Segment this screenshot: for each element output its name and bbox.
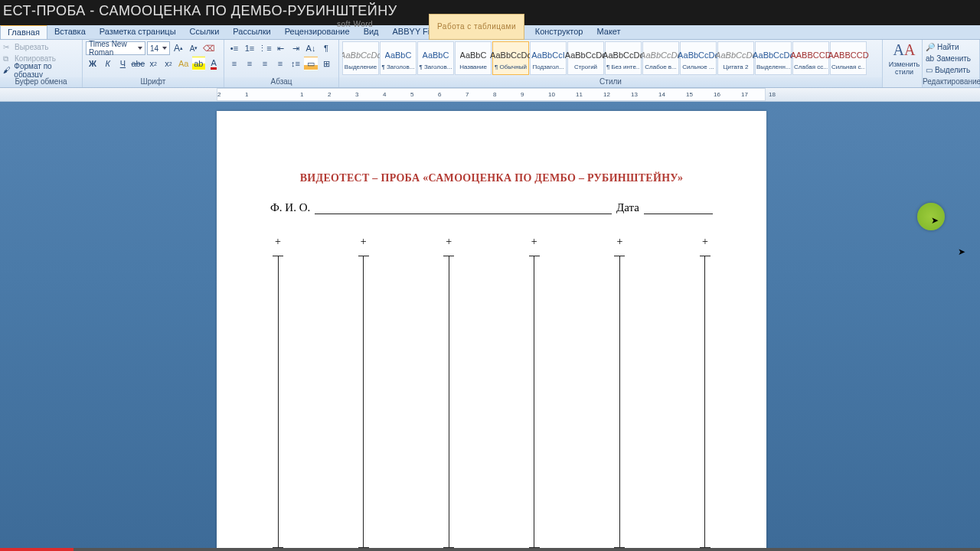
clear-formatting-button[interactable]: ⌫ <box>202 41 216 55</box>
styles-group: АаBbCcDcВыделениеAaBbC¶ Заголов...AaBbC¶… <box>339 40 883 87</box>
ruler-tick: 3 <box>355 91 358 98</box>
assessment-scales-row: ++++++ <box>270 236 713 548</box>
video-progress-bar[interactable] <box>0 548 980 551</box>
font-color-button[interactable]: A <box>207 57 220 70</box>
italic-button[interactable]: К <box>101 57 115 70</box>
superscript-button[interactable]: x2 <box>162 57 175 70</box>
font-name-select[interactable]: Times New Roman <box>86 41 145 55</box>
multilevel-button[interactable]: ⋮≡ <box>258 41 272 55</box>
brush-icon: 🖌 <box>3 66 11 75</box>
grow-font-button[interactable]: A▴ <box>172 41 185 55</box>
ruler-tick: 12 <box>603 91 610 98</box>
change-styles-group: AA Изменить стили <box>883 40 923 87</box>
subscript-button[interactable]: x2 <box>146 57 160 70</box>
horizontal-ruler[interactable]: 21123456789101112131415161718 <box>0 88 980 102</box>
indent-button[interactable]: ⇥ <box>289 41 302 55</box>
bold-button[interactable]: Ж <box>86 57 100 70</box>
style-item[interactable]: АаBbCcDcСильное ... <box>680 41 717 75</box>
paragraph-group-label: Абзац <box>224 77 338 87</box>
ruler-tick: 8 <box>493 91 496 98</box>
ruler-tick: 16 <box>714 91 720 98</box>
binoculars-icon: 🔎 <box>926 43 935 51</box>
cut-button[interactable]: ✂Вырезать <box>3 41 79 53</box>
style-item[interactable]: АаBbCcDcВыделение <box>342 41 379 75</box>
ruler-tick: 4 <box>383 91 386 98</box>
scale-top-marker: + <box>361 236 367 248</box>
style-item[interactable]: AaBbC¶ Заголов... <box>417 41 454 75</box>
scale-top-marker: + <box>275 236 281 248</box>
style-item[interactable]: AaBbC¶ Заголов... <box>380 41 416 75</box>
ribbon-tab-рассылки[interactable]: Рассылки <box>226 25 277 39</box>
ruler-tick: 18 <box>769 91 776 98</box>
justify-button[interactable]: ≡ <box>273 57 287 70</box>
clipboard-group: ✂Вырезать ⧉Копировать 🖌Формат по образцу… <box>0 40 83 87</box>
select-button[interactable]: ▭Выделить <box>926 64 976 76</box>
strike-button[interactable]: abc <box>131 57 145 70</box>
scale-top-marker: + <box>616 236 622 248</box>
sort-button[interactable]: A↓ <box>304 41 318 55</box>
ribbon-tab-конструктор[interactable]: Конструктор <box>528 25 590 39</box>
ribbon-tab-ссылки[interactable]: Ссылки <box>183 25 227 39</box>
ribbon-tab-вставка[interactable]: Вставка <box>47 25 93 39</box>
assessment-scale: + <box>356 236 371 548</box>
document-page: ВИДЕОТЕСТ – ПРОБА «САМООЦЕНКА ПО ДЕМБО –… <box>217 111 766 551</box>
fio-label: Ф. И. О. <box>270 201 310 214</box>
replace-button[interactable]: abЗаменить <box>926 53 976 64</box>
title-bar: ЕСТ-ПРОБА - САМООЦЕНКА ПО ДЕМБО-РУБИНШТЕ… <box>0 0 980 25</box>
shading-button[interactable]: ▭ <box>304 57 318 70</box>
style-item[interactable]: AABBCCDСильная с... <box>830 41 867 75</box>
scale-top-marker: + <box>702 236 708 248</box>
clipboard-group-label: Буфер обмена <box>0 77 82 87</box>
font-group-label: Шрифт <box>83 77 224 87</box>
outdent-button[interactable]: ⇤ <box>273 41 287 55</box>
style-item[interactable]: АаBbCcDcСлабое в... <box>642 41 679 75</box>
document-workspace[interactable]: ВИДЕОТЕСТ – ПРОБА «САМООЦЕНКА ПО ДЕМБО –… <box>0 102 980 551</box>
ruler-tick: 2 <box>217 91 220 98</box>
align-left-button[interactable]: ≡ <box>227 57 241 70</box>
change-styles-button[interactable]: AA Изменить стили <box>886 41 923 76</box>
show-marks-button[interactable]: ¶ <box>319 41 333 55</box>
ruler-tick: 11 <box>576 91 583 98</box>
ruler-tick: 1 <box>300 91 303 98</box>
style-item[interactable]: AaBbCcIПодзагол... <box>530 41 567 75</box>
document-heading: ВИДЕОТЕСТ – ПРОБА «САМООЦЕНКА ПО ДЕМБО –… <box>270 172 713 184</box>
style-item[interactable]: AABBCCDСлабая сс... <box>792 41 829 75</box>
table-tools-context-tab[interactable]: Работа с таблицами <box>429 14 524 40</box>
ruler-tick: 14 <box>658 91 665 98</box>
ruler-tick: 10 <box>548 91 555 98</box>
align-center-button[interactable]: ≡ <box>243 57 256 70</box>
chevron-down-icon <box>162 47 167 50</box>
borders-button[interactable]: ⊞ <box>319 57 333 70</box>
ribbon-tab-главная[interactable]: Главная <box>0 24 47 39</box>
style-item[interactable]: AaBbCcDdСтрогий <box>567 41 604 75</box>
style-item[interactable]: AaBbCcDc¶ Без инте... <box>605 41 642 75</box>
ruler-tick: 9 <box>521 91 524 98</box>
style-item[interactable]: АаBbCcDcЦитата 2 <box>717 41 754 75</box>
format-painter-button[interactable]: 🖌Формат по образцу <box>3 64 79 76</box>
bullets-button[interactable]: •≡ <box>227 41 241 55</box>
text-effects-button[interactable]: Aa <box>177 57 191 70</box>
underline-button[interactable]: Ч <box>116 57 130 70</box>
scale-top-marker: + <box>531 236 537 248</box>
video-progress-fill <box>0 548 74 551</box>
style-item[interactable]: AaBbCcDc¶ Обычный <box>492 41 529 75</box>
ribbon-tab-разметка-страницы[interactable]: Разметка страницы <box>93 25 183 39</box>
find-button[interactable]: 🔎Найти <box>926 41 976 53</box>
font-size-select[interactable]: 14 <box>147 41 170 55</box>
copy-icon: ⧉ <box>3 54 12 64</box>
line-spacing-button[interactable]: ↕≡ <box>289 57 302 70</box>
align-right-button[interactable]: ≡ <box>258 57 272 70</box>
highlight-button[interactable]: ab <box>192 57 206 70</box>
numbering-button[interactable]: 1≡ <box>243 41 256 55</box>
ruler-tick: 2 <box>328 91 331 98</box>
ruler-tick: 1 <box>245 91 248 98</box>
app-name-hint: soft Word <box>337 14 373 35</box>
cursor-icon: ▭ <box>926 66 933 74</box>
style-item[interactable]: AaBbCНазвание <box>455 41 492 75</box>
styles-group-label: Стили <box>339 77 882 87</box>
ruler-tick: 13 <box>631 91 638 98</box>
shrink-font-button[interactable]: A▾ <box>187 41 201 55</box>
ribbon-tab-макет[interactable]: Макет <box>590 25 627 39</box>
style-item[interactable]: АаBbCcDcВыделенн... <box>755 41 792 75</box>
document-meta-row: Ф. И. О. Дата <box>270 201 713 214</box>
